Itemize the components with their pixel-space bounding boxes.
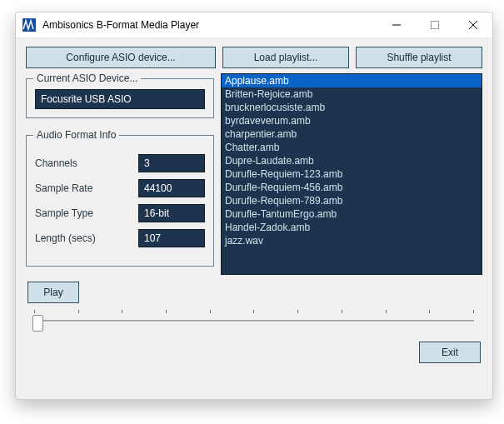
playlist-item[interactable]: Britten-Rejoice.amb	[222, 87, 482, 101]
audio-format-legend: Audio Format Info	[33, 129, 119, 141]
app-window: Ambisonics B-Format Media Player Configu…	[15, 12, 493, 400]
configure-asio-button[interactable]: Configure ASIO device...	[26, 47, 216, 68]
current-device-value: Focusrite USB ASIO	[35, 89, 205, 109]
playlist-item[interactable]: Applause.amb	[222, 74, 482, 87]
length-value: 107	[138, 229, 205, 247]
sample-type-value: 16-bit	[138, 204, 205, 222]
svg-rect-2	[432, 22, 439, 29]
sample-type-label: Sample Type	[35, 207, 138, 219]
playlist-box[interactable]: Applause.ambBritten-Rejoice.ambbrucknerl…	[221, 73, 482, 275]
client-area: Configure ASIO device... Load playlist..…	[16, 38, 492, 399]
playlist-item[interactable]: jazz.wav	[222, 234, 482, 247]
playlist-item[interactable]: Chatter.amb	[222, 141, 482, 154]
titlebar: Ambisonics B-Format Media Player	[16, 12, 492, 38]
current-device-group: Current ASIO Device... Focusrite USB ASI…	[26, 78, 214, 118]
current-device-legend: Current ASIO Device...	[33, 72, 141, 84]
playlist-item[interactable]: charpentier.amb	[222, 127, 482, 141]
playlist-item[interactable]: Durufle-TantumErgo.amb	[222, 207, 482, 221]
playlist-item[interactable]: byrdaveverum.amb	[222, 114, 482, 127]
close-button[interactable]	[454, 12, 492, 37]
playlist-item[interactable]: Durufle-Requiem-789.amb	[222, 194, 482, 207]
length-label: Length (secs)	[35, 232, 138, 244]
playlist-item[interactable]: Dupre-Laudate.amb	[222, 154, 482, 167]
sample-rate-label: Sample Rate	[35, 182, 138, 194]
position-slider[interactable]	[29, 310, 479, 328]
maximize-button[interactable]	[416, 12, 454, 37]
channels-value: 3	[138, 154, 205, 172]
load-playlist-button[interactable]: Load playlist...	[222, 47, 349, 68]
playlist-item[interactable]: brucknerlocusiste.amb	[222, 101, 482, 114]
playlist-item[interactable]: Handel-Zadok.amb	[222, 221, 482, 234]
playlist-item[interactable]: Durufle-Requiem-123.amb	[222, 167, 482, 181]
shuffle-playlist-button[interactable]: Shuffle playlist	[356, 47, 482, 68]
slider-thumb[interactable]	[32, 315, 43, 332]
app-icon	[22, 18, 36, 32]
channels-label: Channels	[35, 157, 138, 169]
minimize-button[interactable]	[377, 12, 416, 37]
playlist-item[interactable]: Durufle-Requiem-456.amb	[222, 181, 482, 194]
sample-rate-value: 44100	[138, 179, 205, 197]
exit-button[interactable]: Exit	[419, 342, 481, 363]
play-button[interactable]: Play	[27, 282, 79, 303]
audio-format-group: Audio Format Info Channels 3 Sample Rate…	[26, 135, 214, 267]
window-title: Ambisonics B-Format Media Player	[42, 19, 199, 31]
